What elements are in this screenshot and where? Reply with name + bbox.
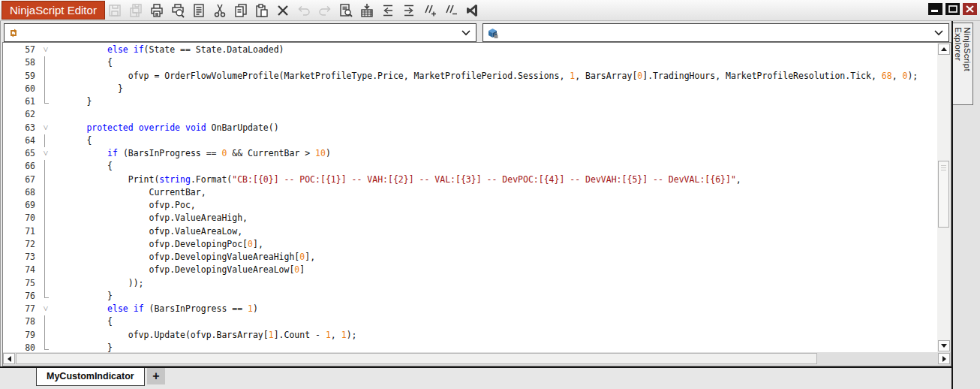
scroll-up-button[interactable] [938, 44, 950, 55]
code-line[interactable]: 62 [3, 108, 937, 121]
document-icon [191, 3, 206, 18]
fold-collapse-chevron-icon[interactable] [35, 44, 45, 56]
code-text: ofvp.DevelopingPoc[0], [45, 238, 263, 251]
code-line[interactable]: 77 else if (BarsInProgress == 1) [3, 303, 937, 315]
vertical-scroll-thumb[interactable] [938, 161, 949, 228]
close-button[interactable] [963, 3, 977, 15]
code-line[interactable]: 74 ofvp.DevelopingValueAreaLow[0] [3, 264, 937, 276]
fold-collapse-chevron-icon[interactable] [35, 122, 45, 134]
code-line[interactable]: 63 protected override void OnBarUpdate() [3, 122, 937, 134]
uncomment-button[interactable] [442, 2, 460, 20]
code-line[interactable]: 61 } [3, 95, 937, 108]
code-line[interactable]: 78 { [3, 315, 937, 328]
save-all-button[interactable] [127, 2, 145, 20]
code-line[interactable]: 80 } [3, 342, 937, 352]
chevron-down-icon [934, 30, 943, 36]
chevron-down-icon [461, 30, 470, 36]
paste-button[interactable] [253, 2, 271, 20]
code-line[interactable]: 69 ofvp.Poc, [3, 199, 937, 212]
code-text: { [45, 56, 113, 69]
cut-button[interactable] [211, 2, 229, 20]
line-number: 68 [3, 186, 35, 199]
line-number: 66 [3, 160, 35, 173]
decrease-indent-button[interactable] [379, 2, 397, 20]
horizontal-scroll-thumb[interactable] [16, 353, 817, 364]
code-line[interactable]: 67 Print(string.Format("CB:[{0}] -- POC:… [3, 173, 937, 186]
code-line[interactable]: 64 { [3, 134, 937, 147]
fold-margin [35, 108, 45, 121]
line-number: 72 [3, 238, 35, 251]
code-line[interactable]: 71 ofvp.ValueAreaLow, [3, 225, 937, 238]
scroll-right-button[interactable] [938, 353, 950, 364]
horizontal-scrollbar[interactable] [3, 352, 951, 366]
fold-margin [35, 264, 45, 276]
line-number: 69 [3, 199, 35, 212]
fold-margin [35, 290, 45, 303]
code-line[interactable]: 59 ofvp = OrderFlowVolumeProfile(MarketP… [3, 70, 937, 83]
scroll-down-button[interactable] [938, 340, 950, 351]
maximize-button[interactable] [945, 3, 960, 15]
print-button[interactable] [148, 2, 166, 20]
code-line[interactable]: 66 { [3, 160, 937, 173]
save-button[interactable] [106, 2, 124, 20]
minimize-button[interactable] [928, 3, 942, 15]
code-line[interactable]: 76 } [3, 290, 937, 303]
visual-studio-button[interactable] [463, 2, 481, 20]
cut-icon [212, 3, 227, 18]
add-tab-button[interactable]: + [147, 368, 165, 384]
line-number: 74 [3, 264, 35, 276]
code-line[interactable]: 57 else if(State == State.DataLoaded) [3, 44, 937, 56]
code-line[interactable]: 68 CurrentBar, [3, 186, 937, 199]
increase-indent-button[interactable] [400, 2, 418, 20]
line-number: 65 [3, 147, 35, 160]
fold-margin [35, 160, 45, 173]
copy-button[interactable] [232, 2, 250, 20]
ninjascript-explorer-tab[interactable]: NinjaScript Explorer [953, 23, 973, 105]
vertical-scrollbar[interactable] [937, 43, 951, 352]
minimize-icon [930, 5, 940, 13]
document-tab-bar: MyCustomIndicator + [0, 368, 951, 389]
code-line[interactable]: 72 ofvp.DevelopingPoc[0], [3, 238, 937, 251]
code-line[interactable]: 65 if (BarsInProgress == 0 && CurrentBar… [3, 147, 937, 160]
redo-icon [317, 3, 332, 18]
compile-button[interactable] [358, 2, 376, 20]
code-line[interactable]: 70 ofvp.ValueAreaHigh, [3, 212, 937, 225]
line-number: 61 [3, 95, 35, 108]
scroll-left-button[interactable] [3, 353, 15, 364]
fold-margin [35, 95, 45, 108]
title-bar: NinjaScript Editor [0, 0, 980, 21]
save-all-icon [128, 3, 143, 18]
undo-button[interactable] [295, 2, 313, 20]
member-selector-dropdown[interactable] [482, 23, 949, 42]
delete-button[interactable] [274, 2, 292, 20]
code-text: } [45, 342, 113, 352]
window-title: NinjaScript Editor [2, 1, 105, 20]
ninjascript-editor-window: NinjaScript Editor [0, 0, 980, 389]
code-line[interactable]: 75 )); [3, 277, 937, 290]
increase-indent-icon [401, 3, 416, 18]
code-line[interactable]: 79 ofvp.Update(ofvp.BarsArray[1].Count -… [3, 329, 937, 342]
code-line[interactable]: 73 ofvp.DevelopingValueAreaHigh[0], [3, 251, 937, 264]
find-button[interactable] [337, 2, 355, 20]
code-editor[interactable]: 57 else if(State == State.DataLoaded)58 … [2, 42, 951, 366]
line-number: 62 [3, 108, 35, 121]
print-preview-button[interactable] [169, 2, 187, 20]
visual-studio-icon [464, 3, 479, 18]
code-line[interactable]: 58 { [3, 56, 937, 69]
code-text: { [45, 134, 92, 147]
tab-mycustomindicator[interactable]: MyCustomIndicator [36, 368, 145, 386]
line-number: 71 [3, 225, 35, 238]
paste-icon [254, 3, 269, 18]
type-selector-dropdown[interactable] [4, 23, 476, 42]
right-sidebar: NinjaScript Explorer [951, 21, 980, 389]
line-number: 75 [3, 277, 35, 290]
comment-button[interactable] [421, 2, 439, 20]
fold-collapse-chevron-icon[interactable] [35, 303, 45, 315]
code-text: protected override void OnBarUpdate() [45, 122, 279, 134]
fold-collapse-chevron-icon[interactable] [35, 147, 45, 160]
line-number: 60 [3, 83, 35, 95]
line-number: 64 [3, 134, 35, 147]
document-button[interactable] [190, 2, 208, 20]
redo-button[interactable] [316, 2, 334, 20]
code-line[interactable]: 60 } [3, 83, 937, 95]
